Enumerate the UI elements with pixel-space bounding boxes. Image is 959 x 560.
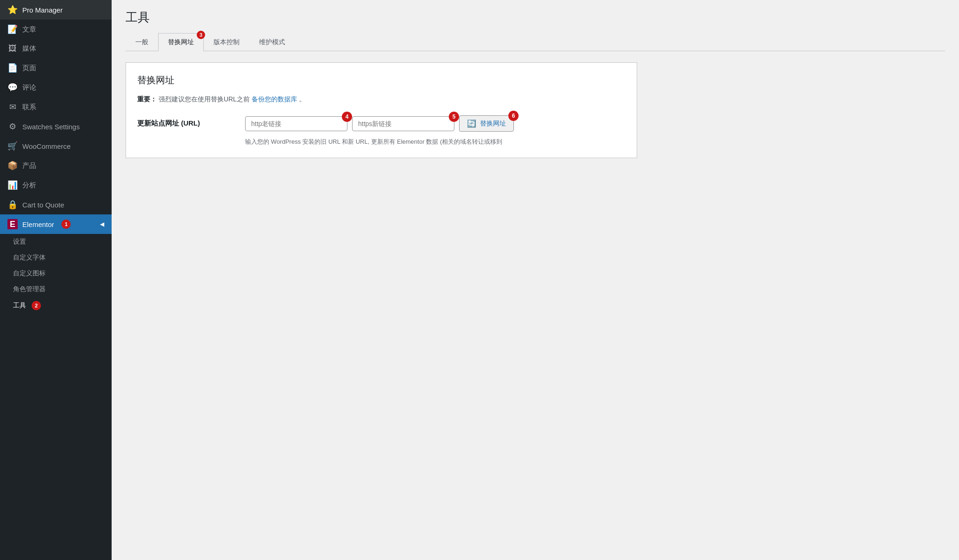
sidebar-item-contact[interactable]: ✉ 联系 — [0, 97, 112, 117]
sidebar-item-articles[interactable]: 📝 文章 — [0, 20, 112, 39]
comments-icon: 💬 — [7, 82, 18, 93]
new-url-input[interactable] — [352, 116, 454, 131]
tab-general[interactable]: 一般 — [126, 33, 158, 51]
old-url-wrapper: 4 — [245, 116, 347, 131]
replace-url-section: 替换网址 重要： 强烈建议您在使用替换URL之前 备份您的数据库 。 更新站点网… — [126, 62, 637, 158]
sidebar-label-pro-manager: Pro Manager — [22, 6, 63, 14]
tab-replace-url[interactable]: 替换网址 3 — [158, 33, 204, 51]
star-icon: ⭐ — [7, 5, 18, 15]
sub-label-settings: 设置 — [13, 238, 26, 246]
sidebar-sub-tools[interactable]: 工具 2 — [0, 297, 112, 314]
replace-btn-wrapper: 🔄 替换网址 6 — [459, 115, 514, 132]
sidebar-item-cart-to-quote[interactable]: 🔒 Cart to Quote — [0, 195, 112, 214]
backup-db-link[interactable]: 备份您的数据库 — [252, 95, 297, 103]
sidebar-item-swatches[interactable]: ⚙ Swatches Settings — [0, 117, 112, 136]
sidebar-item-analytics[interactable]: 📊 分析 — [0, 175, 112, 195]
tools-badge: 2 — [32, 301, 41, 310]
sidebar-label-comments: 评论 — [22, 83, 36, 92]
new-url-badge: 5 — [449, 112, 459, 122]
notice-prefix: 重要： — [137, 95, 157, 103]
sidebar-item-pages[interactable]: 📄 页面 — [0, 58, 112, 78]
products-icon: 📦 — [7, 160, 18, 171]
sidebar-item-pro-manager[interactable]: ⭐ Pro Manager — [0, 0, 112, 20]
sidebar-sub-custom-fonts[interactable]: 自定义字体 — [0, 250, 112, 266]
notice-suffix: 。 — [299, 95, 306, 103]
old-url-input[interactable] — [245, 116, 347, 131]
replace-btn-label: 替换网址 — [480, 120, 506, 128]
sidebar-label-contact: 联系 — [22, 103, 36, 112]
notice-row: 重要： 强烈建议您在使用替换URL之前 备份您的数据库 。 — [137, 94, 626, 104]
main-content: 工具 一般 替换网址 3 版本控制 维护模式 替换网址 重要： 强烈建议您在使用… — [112, 0, 959, 560]
inputs-row: 4 5 🔄 替换网址 6 — [245, 115, 626, 132]
notice-text: 强烈建议您在使用替换URL之前 — [159, 95, 250, 103]
old-url-badge: 4 — [342, 112, 352, 122]
refresh-icon: 🔄 — [467, 119, 476, 128]
sidebar-label-woocommerce: WooCommerce — [22, 142, 71, 150]
sub-label-custom-icons: 自定义图标 — [13, 269, 46, 278]
swatches-icon: ⚙ — [7, 121, 18, 132]
tabs-bar: 一般 替换网址 3 版本控制 维护模式 — [126, 33, 945, 51]
sidebar-item-products[interactable]: 📦 产品 — [0, 156, 112, 175]
sub-label-tools: 工具 — [13, 301, 26, 310]
sidebar-label-cart-to-quote: Cart to Quote — [22, 201, 64, 209]
replace-btn-badge: 6 — [508, 111, 519, 121]
sidebar-label-products: 产品 — [22, 161, 36, 170]
sidebar-label-media: 媒体 — [22, 44, 36, 53]
sidebar: ⭐ Pro Manager 📝 文章 🖼 媒体 📄 页面 💬 评论 ✉ 联系 ⚙… — [0, 0, 112, 560]
chevron-right-icon: ◀ — [100, 221, 104, 227]
section-title: 替换网址 — [137, 74, 626, 87]
sidebar-item-media[interactable]: 🖼 媒体 — [0, 39, 112, 58]
sidebar-sub-role-manager[interactable]: 角色管理器 — [0, 281, 112, 297]
pages-icon: 📄 — [7, 63, 18, 73]
sidebar-sub-settings[interactable]: 设置 — [0, 234, 112, 250]
sidebar-label-elementor: Elementor — [22, 220, 54, 228]
woo-icon: 🛒 — [7, 141, 18, 151]
cart-icon: 🔒 — [7, 200, 18, 210]
contact-icon: ✉ — [7, 102, 18, 112]
sidebar-item-comments[interactable]: 💬 评论 — [0, 78, 112, 97]
field-label: 更新站点网址 (URL) — [137, 115, 240, 128]
media-icon: 🖼 — [7, 44, 18, 53]
sub-label-role-manager: 角色管理器 — [13, 285, 46, 293]
sidebar-label-pages: 页面 — [22, 64, 36, 73]
sub-label-custom-fonts: 自定义字体 — [13, 253, 46, 262]
help-text: 输入您的 WordPress 安装的旧 URL 和新 URL, 更新所有 Ele… — [245, 137, 626, 147]
form-row: 更新站点网址 (URL) 4 5 🔄 — [137, 115, 626, 147]
sidebar-label-analytics: 分析 — [22, 181, 36, 190]
sidebar-item-elementor[interactable]: E Elementor 1 ◀ — [0, 214, 112, 234]
sidebar-item-woocommerce[interactable]: 🛒 WooCommerce — [0, 136, 112, 156]
replace-url-button[interactable]: 🔄 替换网址 — [459, 115, 514, 132]
analytics-icon: 📊 — [7, 180, 18, 190]
sidebar-label-swatches: Swatches Settings — [22, 123, 80, 131]
form-inputs: 4 5 🔄 替换网址 6 输 — [245, 115, 626, 147]
articles-icon: 📝 — [7, 24, 18, 34]
new-url-wrapper: 5 — [352, 116, 454, 131]
elementor-icon: E — [7, 219, 18, 229]
elementor-badge: 1 — [61, 220, 71, 229]
tab-maintenance[interactable]: 维护模式 — [249, 33, 295, 51]
tab-version-control[interactable]: 版本控制 — [204, 33, 249, 51]
sidebar-label-articles: 文章 — [22, 25, 36, 34]
sidebar-sub-custom-icons[interactable]: 自定义图标 — [0, 266, 112, 281]
page-title: 工具 — [126, 9, 945, 26]
